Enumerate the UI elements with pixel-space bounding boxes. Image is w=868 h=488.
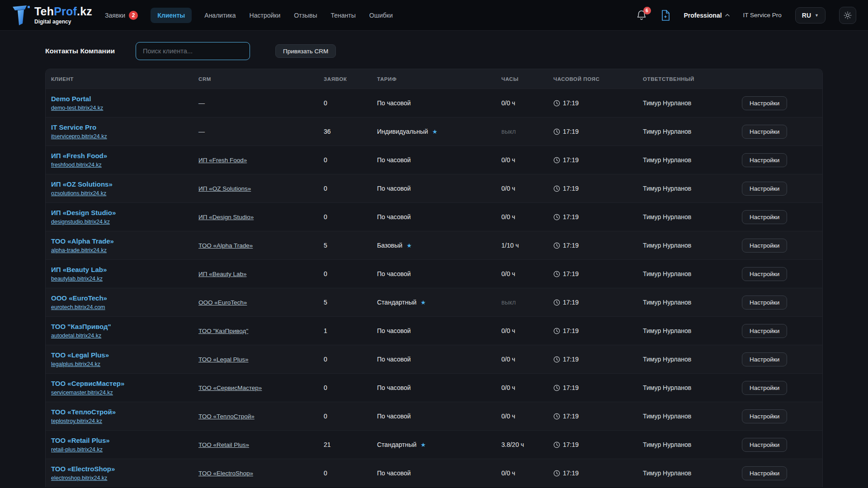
manager-name: Тимур Нурланов [643, 128, 691, 135]
manager-name: Тимур Нурланов [643, 213, 691, 221]
settings-button[interactable]: Настройки [742, 381, 787, 395]
nav-item-Настройки[interactable]: Настройки [249, 8, 282, 23]
nav-item-Клиенты[interactable]: Клиенты [151, 8, 192, 23]
settings-button[interactable]: Настройки [742, 267, 787, 281]
nav-item-Тенанты[interactable]: Тенанты [330, 8, 357, 23]
table-row: ТОО "КазПривод" autodetal.bitrix24.kz ТО… [46, 316, 822, 345]
language-selector[interactable]: RU ▼ [795, 7, 826, 23]
nav-item-Заявки[interactable]: Заявки2 [104, 7, 139, 24]
client-name-link[interactable]: ТОО «ElectroShop» [51, 465, 115, 473]
requests-count: 0 [324, 99, 327, 107]
settings-button[interactable]: Настройки [742, 352, 787, 366]
manager-cell: Тимур Нурланов [643, 412, 742, 420]
plan-selector[interactable]: Professional [684, 12, 730, 19]
tariff-cell: Базовый ★ [377, 242, 501, 249]
crm-link[interactable]: ТОО "КазПривод" [198, 328, 248, 334]
manager-name: Тимур Нурланов [643, 469, 691, 477]
crm-link[interactable]: ТОО «ТеплоСтрой» [198, 413, 255, 420]
crm-link[interactable]: ТОО «Legal Plus» [198, 356, 248, 363]
client-domain-link[interactable]: beautylab.bitrix24.kz [51, 276, 103, 282]
tariff-label: По часовой [377, 99, 411, 107]
brand-logo-icon [12, 5, 31, 26]
client-name-link[interactable]: ТОО «СервисМастер» [51, 380, 124, 387]
settings-button[interactable]: Настройки [742, 438, 787, 452]
crm-link[interactable]: ИП «Fresh Food» [198, 157, 247, 164]
client-name-link[interactable]: IT Service Pro [51, 123, 96, 131]
crm-link[interactable]: ИП «Beauty Lab» [198, 271, 246, 277]
search-input[interactable] [136, 42, 250, 60]
hours-cell: 0/0 ч [501, 469, 553, 477]
client-name-link[interactable]: ООО «EuroTech» [51, 294, 107, 302]
client-name-link[interactable]: ИП «Fresh Food» [51, 152, 107, 160]
client-name-link[interactable]: ТОО «Legal Plus» [51, 351, 109, 359]
client-name-link[interactable]: ТОО "КазПривод" [51, 323, 111, 330]
timezone-cell: 17:19 [553, 213, 643, 221]
client-name-link[interactable]: ИП «OZ Solutions» [51, 180, 113, 188]
client-domain-link[interactable]: eurotech.bitrix24.com [51, 304, 105, 310]
crm-link[interactable]: ООО «EuroTech» [198, 299, 247, 306]
client-domain-link[interactable]: demo-test.bitrix24.kz [51, 105, 103, 111]
settings-button[interactable]: Настройки [742, 182, 787, 196]
requests-count: 1 [324, 327, 327, 334]
client-domain-link[interactable]: designstudio.bitrix24.kz [51, 219, 110, 225]
settings-button[interactable]: Настройки [742, 466, 787, 480]
client-name-link[interactable]: ТОО «ТеплоСтрой» [51, 408, 116, 416]
client-domain-link[interactable]: itservicepro.bitrix24.kz [51, 133, 107, 140]
actions-cell: Настройки [742, 125, 822, 139]
bind-crm-button[interactable]: Привязать CRM [275, 44, 336, 58]
table-header-row: КЛИЕНТCRMЗАЯВОКТАРИФЧАСЫЧАСОВОЙ ПОЯСОТВЕ… [46, 69, 822, 89]
settings-button[interactable]: Настройки [742, 409, 787, 423]
column-header: ЧАСЫ [501, 76, 553, 82]
tariff-cell: По часовой ★ [377, 213, 501, 221]
table-body: Demo Portal demo-test.bitrix24.kz — 0 По… [46, 89, 822, 487]
table-row: ИП «Fresh Food» freshfood.bitrix24.kz ИП… [46, 145, 822, 174]
settings-button[interactable]: Настройки [742, 239, 787, 253]
client-name-link[interactable]: ТОО «Retail Plus» [51, 436, 110, 444]
settings-button[interactable]: Настройки [742, 153, 787, 167]
settings-button[interactable]: Настройки [742, 324, 787, 338]
settings-button[interactable]: Настройки [742, 296, 787, 310]
manager-cell: Тимур Нурланов [643, 355, 742, 363]
notifications-button[interactable]: 6 [636, 9, 647, 21]
actions-cell: Настройки [742, 438, 822, 452]
client-name-link[interactable]: Demo Portal [51, 95, 91, 103]
client-domain-link[interactable]: alpha-trade.bitrix24.kz [51, 247, 107, 253]
manager-cell: Тимур Нурланов [643, 384, 742, 392]
settings-button[interactable]: Настройки [742, 210, 787, 224]
client-name-link[interactable]: ИП «Beauty Lab» [51, 266, 107, 273]
settings-button[interactable]: Настройки [742, 125, 787, 139]
tariff-cell: По часовой ★ [377, 413, 501, 420]
requests-count: 0 [324, 356, 327, 363]
hours-cell: 0/0 ч [501, 327, 553, 335]
crm-link[interactable]: ТОО «ElectroShop» [198, 470, 253, 477]
crm-link[interactable]: ТОО «Retail Plus» [198, 441, 249, 448]
nav-item-Ошибки[interactable]: Ошибки [368, 8, 394, 23]
client-name-link[interactable]: ИП «Design Studio» [51, 209, 116, 216]
nav-item-Отзывы[interactable]: Отзывы [293, 8, 318, 23]
hours-value: 0/0 ч [501, 213, 515, 221]
client-domain-link[interactable]: freshfood.bitrix24.kz [51, 162, 102, 168]
table-row: ТОО «Alpha Trade» alpha-trade.bitrix24.k… [46, 231, 822, 259]
requests-cell: 0 [324, 156, 377, 164]
client-domain-link[interactable]: teplostroy.bitrix24.kz [51, 418, 102, 424]
client-domain-link[interactable]: retail-plus.bitrix24.kz [51, 446, 103, 453]
client-domain-link[interactable]: servicemaster.bitrix24.kz [51, 389, 113, 396]
hours-cell: 0/0 ч [501, 156, 553, 164]
crm-link[interactable]: ИП «OZ Solutions» [198, 185, 251, 192]
nav-item-Аналитика[interactable]: Аналитика [203, 8, 236, 23]
client-domain-link[interactable]: legalplus.bitrix24.kz [51, 361, 100, 367]
brand-logo[interactable]: TehProf.kz Digital agency [12, 5, 92, 26]
client-cell: ИП «Beauty Lab» beautylab.bitrix24.kz [46, 266, 198, 282]
settings-button[interactable]: Настройки [742, 96, 787, 110]
crm-link[interactable]: ТОО «Alpha Trade» [198, 242, 253, 249]
client-name-link[interactable]: ТОО «Alpha Trade» [51, 237, 114, 245]
client-domain-link[interactable]: electroshop.bitrix24.kz [51, 475, 107, 481]
crm-link[interactable]: ТОО «СервисМастер» [198, 385, 262, 391]
client-domain-link[interactable]: autodetal.bitrix24.kz [51, 333, 101, 339]
new-document-button[interactable] [660, 9, 670, 21]
theme-toggle-button[interactable] [839, 7, 856, 24]
requests-count: 0 [324, 270, 327, 277]
client-domain-link[interactable]: ozsolutions.bitrix24.kz [51, 190, 106, 197]
column-header: ЗАЯВОК [324, 76, 377, 82]
crm-link[interactable]: ИП «Design Studio» [198, 214, 254, 221]
